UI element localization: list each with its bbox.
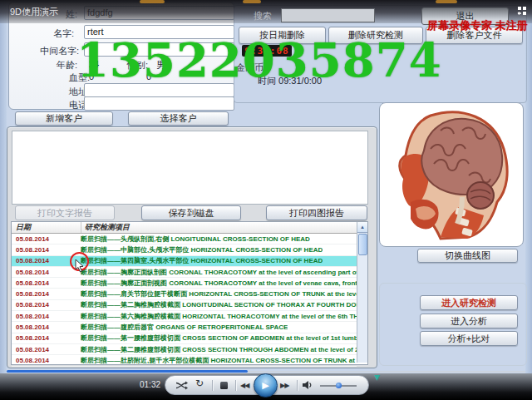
table-row[interactable]: 05.08.2014断层扫描——肩关节部位躯干横断面 HORIZONTAL CR…	[12, 289, 357, 299]
window-controls-icon[interactable]	[517, 6, 529, 16]
row-study-item: 断层扫描——第一腰椎腹部横切面 CROSS SECTION OF ABDOMEN…	[81, 333, 357, 343]
phone-field[interactable]	[84, 96, 234, 111]
analysis-compare-button[interactable]: 分析+比对	[420, 331, 518, 346]
study-table-body: 05.08.2014断层扫描——头颅纵剖面,右侧 LONGITUDINAL CR…	[12, 234, 367, 367]
video-title: 9D使用演示	[10, 6, 58, 18]
play-button[interactable]: ▶	[254, 373, 278, 398]
enter-analysis-button[interactable]: 进入分析	[420, 314, 518, 328]
row-study-item: 断层扫描——胸廓正面剖视图 CORONAL THORACOTOMY at the…	[81, 279, 357, 288]
row-date: 05.08.2014	[12, 235, 81, 243]
row-date: 05.08.2014	[12, 301, 81, 309]
table-header: 日期 研究检测项目	[12, 222, 367, 234]
enter-study-button[interactable]: 进入研究检测	[420, 295, 518, 310]
row-date: 05.08.2014	[12, 290, 81, 298]
screen: 姓: fdgdfg 名字: rtert 中间名字: 年龄: 24 性别: 男 血…	[0, 0, 532, 400]
mouse-cursor	[75, 259, 85, 273]
row-date: 05.08.2014	[12, 313, 81, 320]
divider	[212, 380, 213, 391]
table-row[interactable]: 05.08.2014断层扫描——第四脑室,头颅水平部位 HORIZONTAL C…	[12, 256, 357, 267]
phone-watermark: 13522035874	[76, 37, 442, 83]
player-controls: ↻ ◀◀ ▶ ▶▶	[165, 375, 369, 395]
study-column-header[interactable]: 研究检测项目	[81, 222, 130, 233]
scrollbar-thumb[interactable]	[358, 234, 367, 255]
table-row[interactable]: 05.08.2014断层扫描——中脑部位,头颅水平部位 HORIZONTAL C…	[12, 244, 357, 255]
row-date: 05.08.2014	[12, 279, 81, 287]
print-four-image-report-button[interactable]: 打印四图报告	[266, 205, 367, 220]
volume-thumb[interactable]	[336, 383, 342, 388]
age-label: 年龄:	[57, 59, 77, 72]
player-bottom-bar: 01:32 ↻ ◀◀ ▶ ▶▶ ▾	[0, 373, 532, 400]
row-date: 05.08.2014	[12, 323, 81, 331]
anatomy-image-card	[379, 102, 524, 247]
divider	[297, 380, 298, 391]
save-to-disk-button[interactable]: 保存到磁盘	[141, 205, 241, 220]
middle-name-label: 中间名字:	[40, 45, 79, 57]
repeat-icon[interactable]: ↻	[195, 378, 204, 389]
artifact	[140, 0, 165, 3]
table-row[interactable]: 05.08.2014断层扫描——肚脐附近,躯干水平部位横截面 HORIZONTA…	[12, 355, 357, 366]
row-study-item: 断层扫描——肚脐附近,躯干水平部位横截面 HORIZONTAL CROSS-SE…	[81, 356, 357, 365]
row-date: 05.08.2014	[12, 246, 81, 254]
recorder-watermark: 屏幕录像专家 未注册	[427, 18, 528, 33]
first-name-label: 名字:	[53, 27, 74, 40]
switch-curve-button[interactable]: 切换曲线图	[417, 249, 518, 263]
row-date: 05.08.2014	[12, 334, 81, 342]
result-list-box[interactable]	[12, 131, 368, 205]
table-row[interactable]: 05.08.2014断层扫描——头颅纵剖面,右侧 LONGITUDINAL CR…	[12, 234, 357, 244]
artifact	[436, 0, 457, 3]
search-input[interactable]	[281, 8, 375, 22]
row-study-item: 断层扫描——第二腰椎腹部横切面 CROSS SECTION THROUGH AB…	[81, 345, 357, 354]
table-row[interactable]: 05.08.2014断层扫描——腹腔后器官 ORGANS OF RETROPER…	[12, 322, 357, 333]
row-study-item: 断层扫描——胸廓正面纵剖图 CORONAL THORACOTOMY at the…	[81, 268, 357, 277]
table-row[interactable]: 05.08.2014断层扫描——第二胸椎胸腔横截面 LONGITUDINAL S…	[12, 300, 357, 311]
date-column-header[interactable]: 日期	[12, 222, 81, 233]
shuffle-icon[interactable]	[175, 381, 188, 390]
head-cross-section-image	[382, 106, 519, 242]
table-row[interactable]: 05.08.2014断层扫描——胸廓正面剖视图 CORONAL THORACOT…	[12, 278, 357, 289]
table-row[interactable]: 05.08.2014断层扫描——第六胸椎胸腔横截面 HORIZONTAL THO…	[12, 311, 357, 322]
row-study-item: 断层扫描——第六胸椎胸腔横截面 HORIZONTAL THORACOTOMY a…	[81, 312, 357, 321]
row-study-item: 断层扫描——第四脑室,头颅水平部位 HORIZONTAL CROSS-SECTI…	[81, 256, 323, 265]
row-study-item: 断层扫描——腹腔后器官 ORGANS OF RETROPERITONEAL SP…	[81, 323, 288, 332]
table-row[interactable]: 05.08.2014断层扫描——第一腰椎腹部横切面 CROSS SECTION …	[12, 333, 357, 344]
print-text-report-button[interactable]: 打印文字报告	[15, 205, 115, 220]
row-study-item: 断层扫描——第二胸椎胸腔横截面 LONGITUDINAL SECTION OF …	[81, 300, 357, 309]
stop-button[interactable]	[220, 382, 228, 389]
new-client-button[interactable]: 新增客户	[15, 111, 113, 126]
study-table: 日期 研究检测项目 05.08.2014断层扫描——头颅纵剖面,右侧 LONGI…	[11, 221, 368, 365]
seek-progress[interactable]	[7, 370, 248, 373]
table-row[interactable]: 05.08.2014断层扫描——胸廓正面纵剖图 CORONAL THORACOT…	[12, 267, 357, 278]
playback-time: 01:32	[140, 380, 160, 389]
next-button[interactable]: ▶▶	[280, 382, 288, 389]
select-client-button[interactable]: 选择客户	[128, 111, 229, 126]
scroll-up-button[interactable]: ▲	[357, 222, 367, 233]
search-label: 搜索	[254, 10, 272, 22]
row-study-item: 断层扫描——肩关节部位躯干横断面 HORIZONTAL CROSS-SECTIO…	[81, 289, 357, 299]
expand-chevron-icon[interactable]: ▾	[374, 370, 380, 383]
row-date: 05.08.2014	[12, 357, 81, 364]
divider	[235, 380, 236, 391]
artifact	[243, 0, 261, 3]
window-left-border	[0, 0, 7, 374]
row-date: 05.08.2014	[12, 269, 81, 276]
row-study-item: 断层扫描——头颅纵剖面,右侧 LONGITUDINAL CROSS-SECTIO…	[81, 235, 310, 244]
row-date: 05.08.2014	[12, 346, 81, 353]
mute-speaker-icon[interactable]	[302, 380, 313, 390]
table-scrollbar[interactable]: ▲	[357, 222, 367, 363]
previous-button[interactable]: ◀◀	[240, 382, 249, 389]
table-row[interactable]: 05.08.2014断层扫描——第二腰椎腹部横切面 CROSS SECTION …	[12, 344, 357, 355]
row-study-item: 断层扫描——中脑部位,头颅水平部位 HORIZONTAL CROSS-SECTI…	[81, 245, 323, 254]
